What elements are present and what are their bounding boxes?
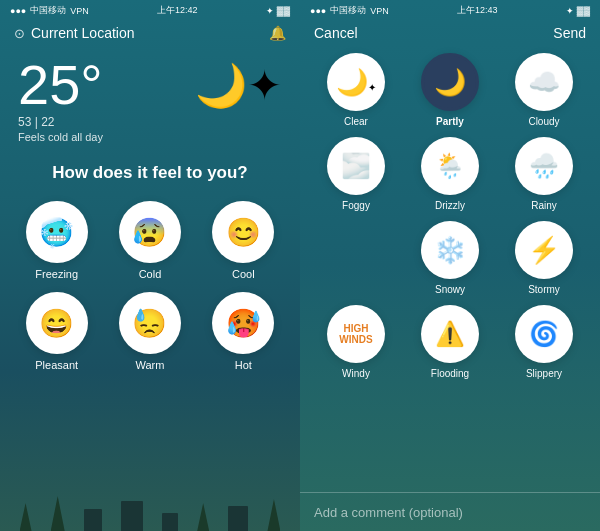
hot-circle: 🥵 [212, 292, 274, 354]
clear-icon: 🌙✦ [336, 67, 376, 98]
mood-grid: 🥶 Freezing 😰 Cold 😊 Cool 😄 Pleasant 😓 [0, 201, 300, 371]
snowy-label: Snowy [435, 284, 465, 295]
cancel-button[interactable]: Cancel [314, 25, 358, 41]
foggy-icon: 🌫️ [341, 152, 371, 180]
mood-cold[interactable]: 😰 Cold [109, 201, 190, 280]
pleasant-circle: 😄 [26, 292, 88, 354]
vpn-badge: VPN [70, 6, 89, 16]
windy-label: Windy [342, 368, 370, 379]
status-info-right: ●●● 中国移动 VPN [310, 4, 389, 17]
weather-option-cloudy[interactable]: ☁️ Cloudy [502, 53, 586, 127]
status-bar-right: ●●● 中国移动 VPN 上午12:43 ✦ ▓▓ [300, 0, 600, 21]
bluetooth-icon: ✦ [266, 6, 274, 16]
rainy-icon: 🌧️ [529, 152, 559, 180]
mood-freezing[interactable]: 🥶 Freezing [16, 201, 97, 280]
tree-2 [51, 496, 65, 531]
status-info-left: ●●● 中国移动 VPN [10, 4, 89, 17]
time-left: 上午12:42 [157, 4, 198, 17]
stormy-label: Stormy [528, 284, 560, 295]
rainy-label: Rainy [531, 200, 557, 211]
building-2 [121, 501, 143, 531]
clear-label: Clear [344, 116, 368, 127]
tree-1 [20, 503, 32, 531]
clear-circle: 🌙✦ [327, 53, 385, 111]
flooding-circle: ⚠️ [421, 305, 479, 363]
hot-label: Hot [235, 359, 252, 371]
comment-input[interactable] [314, 505, 586, 520]
freezing-label: Freezing [35, 268, 78, 280]
send-button[interactable]: Send [553, 25, 586, 41]
partly-icon: 🌙 [434, 67, 466, 98]
location-row: ⊙ Current Location [14, 25, 135, 41]
temperature-display: 25° [18, 57, 103, 113]
question-text: How does it feel to you? [0, 163, 300, 183]
cool-label: Cool [232, 268, 255, 280]
weather-option-flooding[interactable]: ⚠️ Flooding [408, 305, 492, 379]
drizzly-label: Drizzly [435, 200, 465, 211]
battery-icon: ▓▓ [277, 6, 290, 16]
weather-option-windy[interactable]: HIGHWINDS Windy [314, 305, 398, 379]
cloudy-icon: ☁️ [528, 67, 560, 98]
snowy-icon: ❄️ [434, 235, 466, 266]
tree-4 [267, 499, 280, 531]
foggy-circle: 🌫️ [327, 137, 385, 195]
right-panel: ●●● 中国移动 VPN 上午12:43 ✦ ▓▓ Cancel Send 🌙✦… [300, 0, 600, 531]
battery-icon-right: ▓▓ [577, 6, 590, 16]
weather-options-grid: 🌙✦ Clear 🌙 Partly ☁️ Cloudy 🌫️ Foggy [300, 49, 600, 383]
windy-circle: HIGHWINDS [327, 305, 385, 363]
location-text: Current Location [31, 25, 135, 41]
snowy-circle: ❄️ [421, 221, 479, 279]
weather-main: 25° 53 | 22 Feels cold all day 🌙✦ [0, 47, 300, 147]
partly-label: Partly [436, 116, 464, 127]
cold-circle: 😰 [119, 201, 181, 263]
cloudy-circle: ☁️ [515, 53, 573, 111]
left-panel: ●●● 中国移动 VPN 上午12:42 ✦ ▓▓ ⊙ Current Loca… [0, 0, 300, 531]
weather-option-stormy[interactable]: ⚡ Stormy [502, 221, 586, 295]
foggy-label: Foggy [342, 200, 370, 211]
time-right: 上午12:43 [457, 4, 498, 17]
weather-option-clear[interactable]: 🌙✦ Clear [314, 53, 398, 127]
pleasant-label: Pleasant [35, 359, 78, 371]
signal-dots: ●●● [10, 6, 26, 16]
weather-option-foggy[interactable]: 🌫️ Foggy [314, 137, 398, 211]
weather-option-snowy[interactable]: ❄️ Snowy [408, 221, 492, 295]
weather-option-partly[interactable]: 🌙 Partly [408, 53, 492, 127]
flooding-label: Flooding [431, 368, 469, 379]
partly-circle: 🌙 [421, 53, 479, 111]
status-bar-left: ●●● 中国移动 VPN 上午12:42 ✦ ▓▓ [0, 0, 300, 21]
building-3 [162, 513, 178, 531]
bell-icon[interactable]: 🔔 [269, 25, 286, 41]
status-icons-right: ✦ ▓▓ [566, 6, 590, 16]
city-skyline [0, 481, 300, 531]
carrier-name: 中国移动 [30, 4, 66, 17]
weather-option-drizzly[interactable]: 🌦️ Drizzly [408, 137, 492, 211]
drizzly-circle: 🌦️ [421, 137, 479, 195]
cloudy-label: Cloudy [528, 116, 559, 127]
bluetooth-icon-right: ✦ [566, 6, 574, 16]
temp-range: 53 | 22 [18, 115, 103, 129]
moon-stars-icon: 🌙✦ [195, 61, 282, 110]
mood-warm[interactable]: 😓 Warm [109, 292, 190, 371]
slippery-label: Slippery [526, 368, 562, 379]
feels-like-text: Feels cold all day [18, 131, 103, 143]
building-4 [228, 506, 248, 531]
stormy-circle: ⚡ [515, 221, 573, 279]
status-icons-left: ✦ ▓▓ [266, 6, 290, 16]
slippery-icon: 🌀 [529, 320, 559, 348]
rainy-circle: 🌧️ [515, 137, 573, 195]
carrier-name-right: 中国移动 [330, 4, 366, 17]
search-icon[interactable]: ⊙ [14, 26, 25, 41]
temp-block: 25° 53 | 22 Feels cold all day [18, 57, 103, 143]
mood-hot[interactable]: 🥵 Hot [203, 292, 284, 371]
warm-circle: 😓 [119, 292, 181, 354]
weather-option-slippery[interactable]: 🌀 Slippery [502, 305, 586, 379]
stormy-icon: ⚡ [528, 235, 560, 266]
mood-cool[interactable]: 😊 Cool [203, 201, 284, 280]
warm-label: Warm [136, 359, 165, 371]
flooding-icon: ⚠️ [435, 320, 465, 348]
cold-label: Cold [139, 268, 162, 280]
drizzly-icon: 🌦️ [435, 152, 465, 180]
weather-option-rainy[interactable]: 🌧️ Rainy [502, 137, 586, 211]
windy-icon: HIGHWINDS [339, 323, 372, 345]
mood-pleasant[interactable]: 😄 Pleasant [16, 292, 97, 371]
